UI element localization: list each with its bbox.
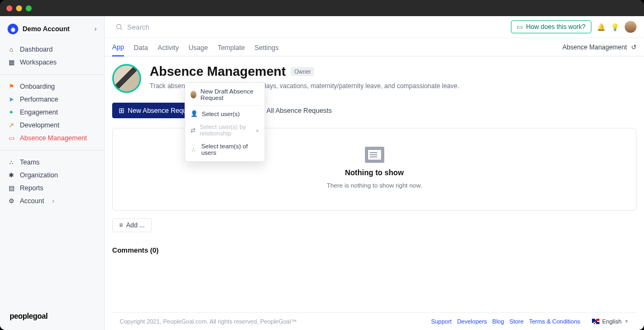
copyright: Copyright 2021, PeopleGoal.com. All righ…: [120, 318, 297, 325]
nav-label: Workspaces: [20, 59, 57, 66]
popup-select-by-relationship: ⇄ Select user(s) by relationship ▸: [185, 120, 265, 140]
tab-settings[interactable]: Settings: [254, 39, 279, 56]
search-placeholder: Search: [127, 23, 149, 31]
relationship-icon: ⇄: [191, 127, 195, 134]
popup-select-teams[interactable]: ⛬ Select team(s) of users: [185, 140, 265, 159]
footer-store[interactable]: Store: [509, 318, 523, 325]
mac-titlebar: [0, 0, 644, 16]
nav-onboarding[interactable]: ⚑Onboarding: [0, 80, 104, 93]
book-icon: ▭: [517, 23, 523, 31]
list-icon: ≡: [119, 221, 123, 229]
popup-label: New Draft Absence Request: [201, 88, 259, 101]
chevron-right-icon: ›: [94, 25, 97, 33]
nav-development[interactable]: ↗Development: [0, 119, 104, 132]
window-max-dot[interactable]: [26, 5, 32, 11]
history-icon[interactable]: ↺: [631, 44, 636, 51]
nav-organization[interactable]: ✱Organization: [0, 169, 104, 182]
popup-separator: [189, 105, 260, 106]
org-icon: ✱: [8, 171, 15, 179]
content: Absence Management Owner Track absences …: [105, 56, 644, 330]
nav-label: Dashboard: [20, 46, 53, 53]
search-input[interactable]: Search: [112, 21, 506, 33]
toolbar: ⊞ New Absence Request our Colleagues All…: [112, 103, 636, 118]
account-icon: ◉: [8, 24, 18, 34]
svg-line-1: [121, 28, 122, 30]
sidebar: ◉ Demo Account › ⌂Dashboard ▦Workspaces …: [0, 16, 105, 330]
nav-dashboard[interactable]: ⌂Dashboard: [0, 43, 104, 56]
user-plus-icon: 👤: [191, 110, 197, 117]
team-icon: ⛬: [8, 159, 15, 166]
send-icon: ➤: [8, 96, 15, 103]
grid-icon: ▦: [8, 59, 15, 66]
nav-performance[interactable]: ➤Performance: [0, 93, 104, 106]
app-avatar: [112, 64, 141, 93]
bulb-icon[interactable]: 💡: [611, 23, 619, 31]
footer-terms[interactable]: Terms & Conditions: [529, 318, 580, 325]
breadcrumb: Absence Management ↺: [562, 44, 636, 51]
topbar: Search ▭ How does this work? 🔔 💡: [105, 16, 644, 38]
language-switcher[interactable]: English ▼: [592, 318, 629, 325]
nav-separator: [0, 150, 104, 150]
tab-app[interactable]: App: [112, 38, 124, 56]
tab-usage[interactable]: Usage: [188, 39, 208, 56]
footer-developers[interactable]: Developers: [457, 318, 487, 325]
popup-new-draft[interactable]: New Draft Absence Request: [185, 85, 265, 104]
footer-blog[interactable]: Blog: [492, 318, 504, 325]
new-request-popup: New Draft Absence Request 👤 Select user(…: [185, 82, 265, 162]
growth-icon: ↗: [8, 121, 15, 129]
popup-label: Select user(s): [202, 111, 240, 117]
search-icon: [115, 23, 123, 31]
nav-workspaces[interactable]: ▦Workspaces: [0, 56, 104, 69]
footer-support[interactable]: Support: [431, 318, 452, 325]
add-button[interactable]: ≡ Add ...: [112, 218, 152, 232]
empty-text: There is nothing to show right now.: [327, 182, 422, 189]
nav-account[interactable]: ⚙Account›: [0, 195, 104, 207]
team-icon: ⛬: [191, 146, 197, 153]
button-label: Add ...: [126, 221, 145, 229]
popup-label: Select user(s) by relationship: [200, 124, 252, 137]
nav-engagement[interactable]: ✦Engagement: [0, 106, 104, 119]
popup-label: Select team(s) of users: [201, 143, 259, 156]
account-name: Demo Account: [23, 25, 70, 33]
nav-label: Absence Management: [20, 134, 87, 142]
nav-teams[interactable]: ⛬Teams: [0, 156, 104, 169]
window-close-dot[interactable]: [6, 5, 12, 11]
account-switcher[interactable]: ◉ Demo Account ›: [0, 16, 104, 41]
laptop-icon: ▭: [8, 134, 15, 142]
brand-logo: peoplegoal: [0, 302, 104, 330]
rocket-icon: ✦: [8, 109, 15, 116]
footer: Copyright 2021, PeopleGoal.com. All righ…: [112, 312, 636, 330]
breadcrumb-text: Absence Management: [562, 44, 627, 51]
avatar-icon: [191, 91, 196, 98]
popup-select-users[interactable]: 👤 Select user(s): [185, 107, 265, 120]
gear-icon: ⚙: [8, 197, 15, 205]
nav-label: Onboarding: [20, 83, 55, 90]
nav-label: Performance: [20, 96, 58, 103]
nav-label: Account: [20, 197, 44, 205]
language-label: English: [602, 318, 621, 325]
reports-icon: ▤: [8, 184, 15, 192]
button-label: How does this work?: [526, 23, 586, 31]
tab-data[interactable]: Data: [134, 39, 148, 56]
flag-icon: ⚑: [8, 83, 15, 90]
tab-activity[interactable]: Activity: [158, 39, 179, 56]
page-title: Absence Management Owner: [150, 64, 459, 79]
filter-all-requests[interactable]: All Absence Requests: [267, 107, 332, 114]
nav-label: Development: [20, 121, 60, 129]
plus-doc-icon: ⊞: [119, 106, 125, 114]
how-does-this-work-button[interactable]: ▭ How does this work?: [511, 20, 591, 33]
nav-reports[interactable]: ▤Reports: [0, 182, 104, 195]
bell-icon[interactable]: 🔔: [597, 23, 605, 31]
window-min-dot[interactable]: [16, 5, 22, 11]
nav-absence[interactable]: ▭Absence Management: [0, 132, 104, 145]
tab-template[interactable]: Template: [217, 39, 245, 56]
svg-point-0: [116, 24, 121, 28]
chevron-right-icon: ›: [52, 197, 54, 205]
user-avatar[interactable]: [625, 21, 636, 33]
home-icon: ⌂: [8, 46, 15, 53]
uk-flag-icon: [592, 319, 599, 324]
document-icon: [365, 147, 384, 163]
nav-label: Engagement: [20, 109, 58, 116]
nav-label: Reports: [20, 184, 43, 192]
comments-heading: Comments (0): [112, 246, 636, 254]
